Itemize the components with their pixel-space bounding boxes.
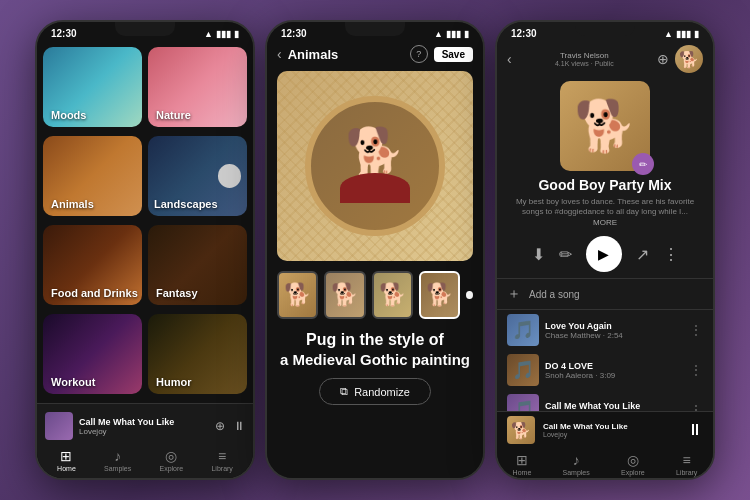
portrait-circle: 🐕 [305,96,445,236]
nav-samples-label-3: Samples [563,469,590,476]
category-food[interactable]: Food and Drinks [43,225,142,305]
song-item-3[interactable]: 🎵 Call Me What You Like Lovejoy ⋮ [497,390,713,411]
nav-library-3[interactable]: ≡ Library [676,452,697,476]
p3-username: Travis Nelson [560,51,609,60]
library-icon: ≡ [218,448,226,464]
notch-1 [115,22,175,36]
caption-in-style: in the style of [341,331,444,348]
album-art-container: 🐕 ✏ [560,77,650,175]
song-1-more[interactable]: ⋮ [689,322,703,338]
nav-home[interactable]: ⊞ Home [57,448,76,472]
song-item-2[interactable]: 🎵 DO 4 LOVE Snoh Aaleora · 3:09 ⋮ [497,350,713,390]
p3-mini-title: Call Me What You Like [543,422,679,431]
category-moods-label: Moods [51,109,86,121]
signal-icon: ▮▮▮ [216,29,231,39]
p3-playlist-desc: My best boy loves to dance. These are hi… [497,195,713,230]
p2-header: ‹ Animals ? Save [267,41,483,67]
phone-1-content: 12:30 ▲ ▮▮▮ ▮ Moods Nature Animals [37,22,253,478]
phone-2: 12:30 ▲ ▮▮▮ ▮ ‹ Animals ? Save [265,20,485,480]
now-playing-bar[interactable]: Call Me What You Like Lovejoy ⊕ ⏸ [43,408,247,444]
song-2-artist: Snoh Aaleora · 3:09 [545,371,683,380]
more-label[interactable]: MORE [593,218,617,227]
p3-pause-icon[interactable]: ⏸ [687,421,703,439]
bottom-nav-3: ⊞ Home ♪ Samples ◎ Explore ≡ Library [497,448,713,478]
thumbnail-1[interactable]: 🐕 [277,271,318,319]
randomize-button[interactable]: ⧉ Randomize [319,378,431,405]
song-3-more[interactable]: ⋮ [689,402,703,411]
category-workout[interactable]: Workout [43,314,142,394]
p3-mini-artist: Lovejoy [543,431,679,438]
song-2-more[interactable]: ⋮ [689,362,703,378]
song-3-info: Call Me What You Like Lovejoy [545,401,683,411]
nav-library-label-3: Library [676,469,697,476]
thumbnail-4[interactable]: 🐕 [419,271,460,319]
category-humor[interactable]: Humor [148,314,247,394]
thumbnail-3[interactable]: 🐕 [372,271,413,319]
back-button-2[interactable]: ‹ [277,46,282,62]
nav-home-3[interactable]: ⊞ Home [513,452,532,476]
category-fantasy[interactable]: Fantasy [148,225,247,305]
nav-samples-3[interactable]: ♪ Samples [563,452,590,476]
explore-icon: ◎ [165,448,177,464]
samples-icon: ♪ [114,448,121,464]
back-button-3[interactable]: ‹ [507,51,512,67]
category-animals[interactable]: Animals [43,136,142,216]
phone-3-content: 12:30 ▲ ▮▮▮ ▮ ‹ Travis Nelson 4.1K views… [497,22,713,478]
phone-2-content: 12:30 ▲ ▮▮▮ ▮ ‹ Animals ? Save [267,22,483,478]
category-landscapes[interactable]: Landscapes [148,136,247,216]
p3-views: 4.1K views · Public [555,60,614,67]
more-icon[interactable]: ⋮ [663,245,679,264]
play-button[interactable]: ▶ [586,236,622,272]
cast-icon[interactable]: ⊕ [215,419,225,433]
bottom-nav-1: ⊞ Home ♪ Samples ◎ Explore ≡ Library [43,444,247,474]
np-controls: ⊕ ⏸ [215,419,245,433]
p3-add-song[interactable]: ＋ Add a song [497,278,713,310]
p3-playlist-title: Good Boy Party Mix [497,175,713,195]
p3-controls: ⬇ ✏ ▶ ↗ ⋮ [497,230,713,278]
category-nature[interactable]: Nature [148,47,247,127]
thumb-emoji-4: 🐕 [426,282,453,308]
categories-grid: Moods Nature Animals Landscapes Food and… [37,41,253,403]
wifi-icon-2: ▲ [434,29,443,39]
help-button[interactable]: ? [410,45,428,63]
time-2: 12:30 [281,28,307,39]
nav-explore-label-3: Explore [621,469,645,476]
cast-icon-3[interactable]: ⊕ [657,51,669,67]
p3-album-art: 🐕 ✏ [560,81,650,171]
category-moods[interactable]: Moods [43,47,142,127]
nav-explore[interactable]: ◎ Explore [160,448,184,472]
save-button[interactable]: Save [434,47,473,62]
battery-icon: ▮ [234,29,239,39]
edit-button[interactable]: ✏ [632,153,654,175]
pug-caption: Pug in the style of a Medieval Gothic pa… [267,325,483,370]
pause-icon[interactable]: ⏸ [233,419,245,433]
pug-robe [340,173,410,203]
time-3: 12:30 [511,28,537,39]
share-icon[interactable]: ↗ [636,245,649,264]
wifi-icon: ▲ [204,29,213,39]
randomize-icon: ⧉ [340,385,348,398]
phone-1: 12:30 ▲ ▮▮▮ ▮ Moods Nature Animals [35,20,255,480]
add-song-label: Add a song [529,289,580,300]
nav-library[interactable]: ≡ Library [211,448,232,472]
p3-mini-info: Call Me What You Like Lovejoy [543,422,679,438]
song-item-1[interactable]: 🎵 Love You Again Chase Matthew · 2:54 ⋮ [497,310,713,350]
home-icon: ⊞ [60,448,72,464]
nav-samples[interactable]: ♪ Samples [104,448,131,472]
p3-mini-thumb: 🐕 [507,416,535,444]
np-info: Call Me What You Like Lovejoy [79,417,209,436]
library-icon-3: ≡ [683,452,691,468]
notch-3 [575,22,635,36]
status-icons-3: ▲ ▮▮▮ ▮ [664,29,699,39]
p2-title: Animals [288,47,404,62]
thumbnail-2[interactable]: 🐕 [324,271,365,319]
nav-explore-3[interactable]: ◎ Explore [621,452,645,476]
thumb-emoji-3: 🐕 [379,282,406,308]
save-label: Save [442,49,465,60]
download-icon[interactable]: ⬇ [532,245,545,264]
status-icons-2: ▲ ▮▮▮ ▮ [434,29,469,39]
edit-icon[interactable]: ✏ [559,245,572,264]
np-thumb [45,412,73,440]
nav-explore-label: Explore [160,465,184,472]
randomize-label: Randomize [354,386,410,398]
